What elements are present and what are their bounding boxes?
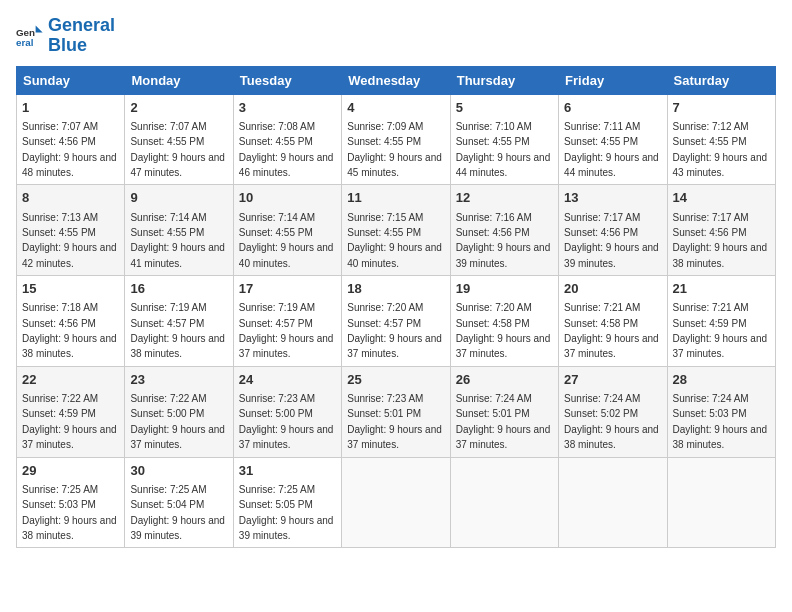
calendar-week-row: 22 Sunrise: 7:22 AMSunset: 4:59 PMDaylig…	[17, 366, 776, 457]
calendar-cell: 27 Sunrise: 7:24 AMSunset: 5:02 PMDaylig…	[559, 366, 667, 457]
calendar-cell: 6 Sunrise: 7:11 AMSunset: 4:55 PMDayligh…	[559, 94, 667, 185]
day-info: Sunrise: 7:14 AMSunset: 4:55 PMDaylight:…	[130, 212, 225, 269]
day-number: 29	[22, 462, 119, 480]
calendar-cell: 8 Sunrise: 7:13 AMSunset: 4:55 PMDayligh…	[17, 185, 125, 276]
day-info: Sunrise: 7:19 AMSunset: 4:57 PMDaylight:…	[130, 302, 225, 359]
logo-icon: Gen eral	[16, 22, 44, 50]
day-number: 16	[130, 280, 227, 298]
calendar-cell: 1 Sunrise: 7:07 AMSunset: 4:56 PMDayligh…	[17, 94, 125, 185]
day-info: Sunrise: 7:07 AMSunset: 4:56 PMDaylight:…	[22, 121, 117, 178]
day-number: 18	[347, 280, 444, 298]
day-info: Sunrise: 7:14 AMSunset: 4:55 PMDaylight:…	[239, 212, 334, 269]
day-info: Sunrise: 7:17 AMSunset: 4:56 PMDaylight:…	[564, 212, 659, 269]
day-number: 22	[22, 371, 119, 389]
column-header-saturday: Saturday	[667, 66, 775, 94]
calendar-week-row: 29 Sunrise: 7:25 AMSunset: 5:03 PMDaylig…	[17, 457, 776, 548]
calendar-cell: 15 Sunrise: 7:18 AMSunset: 4:56 PMDaylig…	[17, 276, 125, 367]
day-number: 8	[22, 189, 119, 207]
day-info: Sunrise: 7:22 AMSunset: 5:00 PMDaylight:…	[130, 393, 225, 450]
day-info: Sunrise: 7:25 AMSunset: 5:04 PMDaylight:…	[130, 484, 225, 541]
day-info: Sunrise: 7:15 AMSunset: 4:55 PMDaylight:…	[347, 212, 442, 269]
column-header-sunday: Sunday	[17, 66, 125, 94]
day-number: 10	[239, 189, 336, 207]
calendar-cell: 4 Sunrise: 7:09 AMSunset: 4:55 PMDayligh…	[342, 94, 450, 185]
day-number: 20	[564, 280, 661, 298]
day-info: Sunrise: 7:24 AMSunset: 5:01 PMDaylight:…	[456, 393, 551, 450]
day-info: Sunrise: 7:07 AMSunset: 4:55 PMDaylight:…	[130, 121, 225, 178]
day-number: 30	[130, 462, 227, 480]
day-number: 31	[239, 462, 336, 480]
day-number: 21	[673, 280, 770, 298]
day-info: Sunrise: 7:25 AMSunset: 5:03 PMDaylight:…	[22, 484, 117, 541]
svg-text:eral: eral	[16, 37, 34, 48]
calendar-cell: 12 Sunrise: 7:16 AMSunset: 4:56 PMDaylig…	[450, 185, 558, 276]
day-info: Sunrise: 7:13 AMSunset: 4:55 PMDaylight:…	[22, 212, 117, 269]
calendar-cell	[559, 457, 667, 548]
calendar-cell: 31 Sunrise: 7:25 AMSunset: 5:05 PMDaylig…	[233, 457, 341, 548]
day-number: 25	[347, 371, 444, 389]
column-header-friday: Friday	[559, 66, 667, 94]
day-info: Sunrise: 7:12 AMSunset: 4:55 PMDaylight:…	[673, 121, 768, 178]
calendar-cell	[450, 457, 558, 548]
day-number: 19	[456, 280, 553, 298]
day-number: 17	[239, 280, 336, 298]
day-number: 6	[564, 99, 661, 117]
day-info: Sunrise: 7:21 AMSunset: 4:58 PMDaylight:…	[564, 302, 659, 359]
column-header-wednesday: Wednesday	[342, 66, 450, 94]
calendar-cell: 5 Sunrise: 7:10 AMSunset: 4:55 PMDayligh…	[450, 94, 558, 185]
calendar-cell: 21 Sunrise: 7:21 AMSunset: 4:59 PMDaylig…	[667, 276, 775, 367]
day-number: 27	[564, 371, 661, 389]
calendar-cell: 9 Sunrise: 7:14 AMSunset: 4:55 PMDayligh…	[125, 185, 233, 276]
calendar-cell: 19 Sunrise: 7:20 AMSunset: 4:58 PMDaylig…	[450, 276, 558, 367]
calendar-table: SundayMondayTuesdayWednesdayThursdayFrid…	[16, 66, 776, 549]
day-info: Sunrise: 7:16 AMSunset: 4:56 PMDaylight:…	[456, 212, 551, 269]
day-info: Sunrise: 7:11 AMSunset: 4:55 PMDaylight:…	[564, 121, 659, 178]
day-number: 3	[239, 99, 336, 117]
day-number: 26	[456, 371, 553, 389]
day-info: Sunrise: 7:24 AMSunset: 5:03 PMDaylight:…	[673, 393, 768, 450]
day-info: Sunrise: 7:20 AMSunset: 4:58 PMDaylight:…	[456, 302, 551, 359]
calendar-cell: 2 Sunrise: 7:07 AMSunset: 4:55 PMDayligh…	[125, 94, 233, 185]
day-info: Sunrise: 7:23 AMSunset: 5:01 PMDaylight:…	[347, 393, 442, 450]
day-number: 28	[673, 371, 770, 389]
day-number: 14	[673, 189, 770, 207]
logo: Gen eral GeneralBlue	[16, 16, 115, 56]
day-info: Sunrise: 7:23 AMSunset: 5:00 PMDaylight:…	[239, 393, 334, 450]
calendar-cell: 7 Sunrise: 7:12 AMSunset: 4:55 PMDayligh…	[667, 94, 775, 185]
calendar-cell: 18 Sunrise: 7:20 AMSunset: 4:57 PMDaylig…	[342, 276, 450, 367]
calendar-cell: 3 Sunrise: 7:08 AMSunset: 4:55 PMDayligh…	[233, 94, 341, 185]
column-header-monday: Monday	[125, 66, 233, 94]
day-info: Sunrise: 7:10 AMSunset: 4:55 PMDaylight:…	[456, 121, 551, 178]
calendar-cell: 22 Sunrise: 7:22 AMSunset: 4:59 PMDaylig…	[17, 366, 125, 457]
calendar-cell: 17 Sunrise: 7:19 AMSunset: 4:57 PMDaylig…	[233, 276, 341, 367]
day-number: 2	[130, 99, 227, 117]
column-header-tuesday: Tuesday	[233, 66, 341, 94]
day-info: Sunrise: 7:24 AMSunset: 5:02 PMDaylight:…	[564, 393, 659, 450]
svg-marker-2	[36, 25, 43, 32]
calendar-cell: 30 Sunrise: 7:25 AMSunset: 5:04 PMDaylig…	[125, 457, 233, 548]
calendar-cell: 24 Sunrise: 7:23 AMSunset: 5:00 PMDaylig…	[233, 366, 341, 457]
calendar-cell: 14 Sunrise: 7:17 AMSunset: 4:56 PMDaylig…	[667, 185, 775, 276]
calendar-cell	[667, 457, 775, 548]
day-info: Sunrise: 7:09 AMSunset: 4:55 PMDaylight:…	[347, 121, 442, 178]
calendar-week-row: 1 Sunrise: 7:07 AMSunset: 4:56 PMDayligh…	[17, 94, 776, 185]
day-number: 9	[130, 189, 227, 207]
day-info: Sunrise: 7:20 AMSunset: 4:57 PMDaylight:…	[347, 302, 442, 359]
logo-text: GeneralBlue	[48, 16, 115, 56]
day-number: 15	[22, 280, 119, 298]
calendar-cell: 11 Sunrise: 7:15 AMSunset: 4:55 PMDaylig…	[342, 185, 450, 276]
day-info: Sunrise: 7:08 AMSunset: 4:55 PMDaylight:…	[239, 121, 334, 178]
column-header-thursday: Thursday	[450, 66, 558, 94]
day-info: Sunrise: 7:18 AMSunset: 4:56 PMDaylight:…	[22, 302, 117, 359]
day-info: Sunrise: 7:21 AMSunset: 4:59 PMDaylight:…	[673, 302, 768, 359]
calendar-week-row: 15 Sunrise: 7:18 AMSunset: 4:56 PMDaylig…	[17, 276, 776, 367]
calendar-cell: 29 Sunrise: 7:25 AMSunset: 5:03 PMDaylig…	[17, 457, 125, 548]
calendar-cell: 26 Sunrise: 7:24 AMSunset: 5:01 PMDaylig…	[450, 366, 558, 457]
day-number: 1	[22, 99, 119, 117]
day-number: 7	[673, 99, 770, 117]
calendar-cell	[342, 457, 450, 548]
day-number: 24	[239, 371, 336, 389]
calendar-header-row: SundayMondayTuesdayWednesdayThursdayFrid…	[17, 66, 776, 94]
page-header: Gen eral GeneralBlue	[16, 16, 776, 56]
day-number: 11	[347, 189, 444, 207]
